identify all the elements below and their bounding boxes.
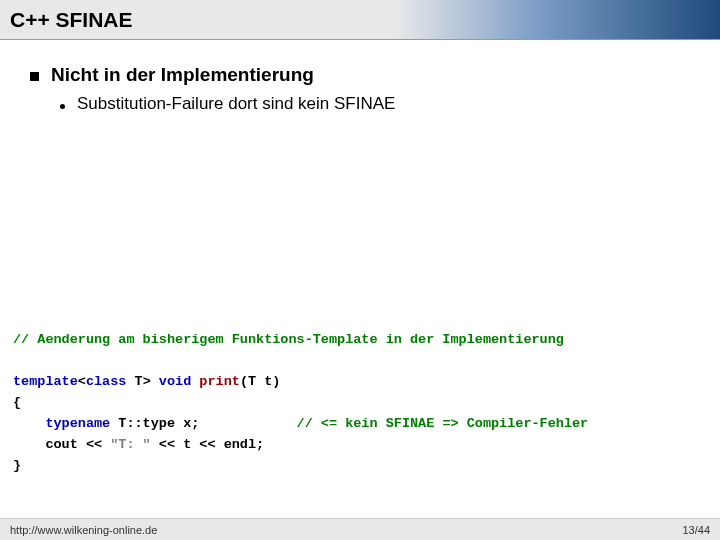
code-params: (T t) (240, 374, 281, 389)
code-kw-typename: typename (45, 416, 110, 431)
footer-page: 13/44 (682, 524, 710, 536)
code-ttype: T::type x; (110, 416, 199, 431)
code-brace-open: { (13, 395, 21, 410)
code-comment-top: // Aenderung am bisherigem Funktions-Tem… (13, 332, 564, 347)
code-comment-inline: // <= kein SFINAE => Compiler-Fehler (297, 416, 589, 431)
title-bar: C++ SFINAE (0, 0, 720, 40)
code-pad3 (199, 416, 296, 431)
content-area: Nicht in der Implementierung Substitutio… (0, 40, 720, 114)
square-bullet-icon (30, 72, 39, 81)
code-brace-close: } (13, 458, 21, 473)
code-kw-void: void (159, 374, 191, 389)
footer: http://www.wilkening-online.de 13/44 (0, 518, 720, 540)
bullet-main: Nicht in der Implementierung (30, 64, 690, 86)
bullet-sub: Substitution-Failure dort sind kein SFIN… (60, 94, 690, 114)
footer-url: http://www.wilkening-online.de (10, 524, 157, 536)
code-t-close: T> (126, 374, 158, 389)
bullet-sub-text: Substitution-Failure dort sind kein SFIN… (77, 94, 395, 114)
code-fn-print: print (199, 374, 240, 389)
code-angle: < (78, 374, 86, 389)
page-title: C++ SFINAE (10, 8, 133, 32)
dot-bullet-icon (60, 104, 65, 109)
code-indent3 (13, 416, 45, 431)
bullet-main-text: Nicht in der Implementierung (51, 64, 314, 86)
code-cout-c: << t << endl; (151, 437, 264, 452)
code-kw-class: class (86, 374, 127, 389)
code-string: "T: " (110, 437, 151, 452)
code-block: // Aenderung am bisherigem Funktions-Tem… (13, 330, 707, 476)
code-kw-template: template (13, 374, 78, 389)
code-cout-a: cout << (13, 437, 110, 452)
